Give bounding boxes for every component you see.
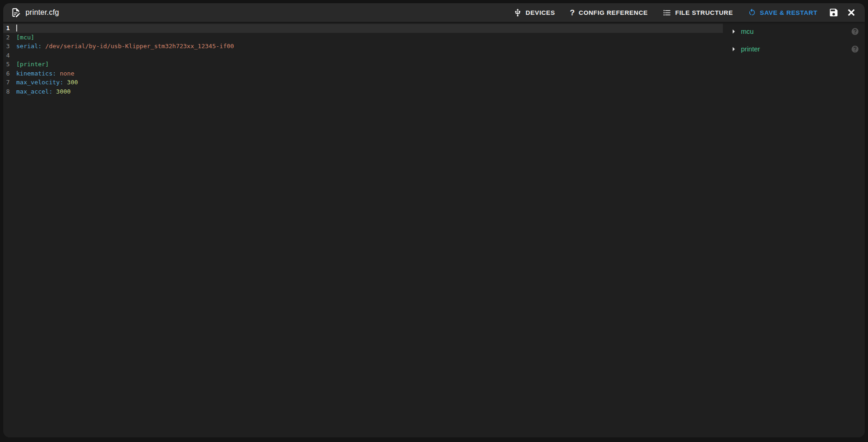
token-value: none (56, 70, 74, 77)
chevron-right-icon[interactable] (728, 26, 739, 37)
list-icon (663, 8, 671, 17)
editor-line-2[interactable]: 2[mcu] (3, 33, 723, 42)
structure-panel: mcuprinter (723, 22, 865, 437)
save-icon (829, 7, 839, 18)
token-number: 3000 (52, 88, 70, 95)
structure-item-label: mcu (741, 28, 753, 35)
chevron-right-icon[interactable] (728, 44, 739, 54)
line-code (10, 51, 16, 60)
line-code (10, 24, 17, 33)
structure-item-mcu[interactable]: mcu (723, 25, 865, 38)
file-structure-button[interactable]: FILE STRUCTURE (655, 4, 740, 21)
line-number: 5 (3, 60, 10, 69)
file-structure-button-label: FILE STRUCTURE (675, 9, 733, 16)
line-number: 2 (3, 33, 10, 42)
line-number: 8 (3, 87, 10, 96)
close-icon (846, 7, 856, 18)
file-title-group: printer.cfg (11, 7, 59, 18)
line-number: 4 (3, 51, 10, 60)
token-number: 300 (64, 79, 78, 86)
file-document-edit-icon (11, 7, 21, 18)
line-code: serial: /dev/serial/by-id/usb-Klipper_st… (10, 42, 234, 51)
help-circle-icon[interactable] (851, 27, 859, 36)
token-section: [mcu] (16, 34, 34, 41)
line-number: 7 (3, 78, 10, 87)
editor-line-7[interactable]: 7max_velocity: 300 (3, 78, 723, 87)
text-cursor (16, 25, 17, 32)
help-circle-icon[interactable] (851, 45, 859, 53)
token-key: max_velocity: (16, 79, 64, 86)
config-reference-button-label: CONFIG REFERENCE (579, 9, 648, 16)
usb-icon (513, 8, 522, 17)
structure-item-printer[interactable]: printer (723, 42, 865, 56)
devices-button-label: DEVICES (526, 9, 555, 16)
line-code: kinematics: none (10, 69, 74, 78)
line-number: 1 (3, 24, 10, 33)
token-section: [printer] (16, 61, 49, 68)
structure-item-label: printer (741, 45, 760, 53)
editor-line-3[interactable]: 3serial: /dev/serial/by-id/usb-Klipper_s… (3, 42, 723, 51)
config-editor-dialog: printer.cfg DEVICES ? CONFIG REFERENCE F… (3, 3, 865, 437)
editor-content: 12[mcu]3serial: /dev/serial/by-id/usb-Kl… (3, 22, 865, 437)
line-number: 6 (3, 69, 10, 78)
editor-line-5[interactable]: 5[printer] (3, 60, 723, 69)
restart-icon (748, 8, 756, 17)
line-code: max_accel: 3000 (10, 87, 70, 96)
close-button[interactable] (842, 4, 860, 21)
save-restart-button-label: SAVE & RESTART (760, 9, 817, 16)
token-value: /dev/serial/by-id/usb-Klipper_stm32h723x… (42, 43, 234, 50)
line-number: 3 (3, 42, 10, 51)
devices-button[interactable]: DEVICES (506, 4, 562, 21)
token-key: kinematics: (16, 70, 56, 77)
editor-toolbar: printer.cfg DEVICES ? CONFIG REFERENCE F… (3, 3, 865, 22)
editor-line-8[interactable]: 8max_accel: 3000 (3, 87, 723, 96)
editor-line-4[interactable]: 4 (3, 51, 723, 60)
save-button[interactable] (825, 4, 842, 21)
config-reference-button[interactable]: ? CONFIG REFERENCE (562, 4, 655, 21)
code-editor[interactable]: 12[mcu]3serial: /dev/serial/by-id/usb-Kl… (3, 22, 723, 437)
line-code: [mcu] (10, 33, 34, 42)
save-restart-button[interactable]: SAVE & RESTART (740, 4, 825, 21)
help-icon: ? (570, 9, 575, 17)
line-code: max_velocity: 300 (10, 78, 78, 87)
editor-line-1[interactable]: 1 (3, 24, 723, 33)
page-title: printer.cfg (26, 8, 59, 17)
token-key: serial: (16, 43, 42, 50)
line-code: [printer] (10, 60, 49, 69)
token-key: max_accel: (16, 88, 52, 95)
editor-line-6[interactable]: 6kinematics: none (3, 69, 723, 78)
